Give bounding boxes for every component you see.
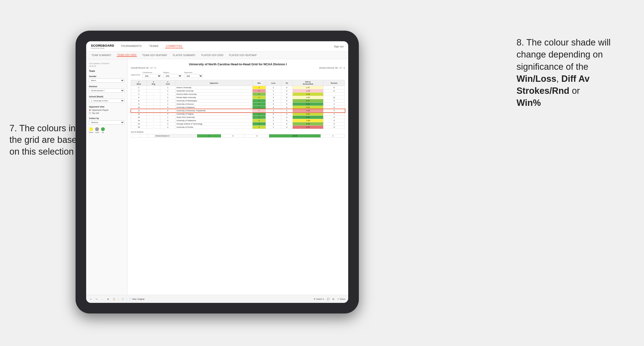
cell-diff: 2.28: [292, 93, 324, 96]
cell-conf: 2: [160, 99, 176, 103]
toolbar-comment[interactable]: 💬: [327, 298, 330, 300]
cell-rounds: 9: [324, 126, 345, 129]
cell-win: 3: [252, 119, 266, 122]
sub-nav-team-summary[interactable]: TEAM SUMMARY: [91, 54, 112, 57]
radio-dot-top100: [89, 112, 91, 114]
cell-tie: 0: [281, 89, 292, 93]
sidebar-school-select[interactable]: 1. University of Nort...: [89, 99, 124, 103]
out-of-division-section: Out of division NCAA Division II 1 0 0: [131, 131, 345, 138]
cell-reg: [147, 89, 160, 93]
toolbar-copy[interactable]: ⊞: [106, 298, 110, 301]
nav-items: TOURNAMENTS TEAMS COMMITTEE: [120, 44, 334, 48]
cell-rounds: 12: [324, 96, 345, 99]
legend-down: Down: [89, 127, 93, 133]
sub-nav-team-h2h-heatmap[interactable]: TEAM H2H HEATMAP: [142, 54, 168, 57]
cell-rank: 11: [131, 109, 147, 112]
sidebar-gender-select[interactable]: Men's: [89, 78, 124, 82]
nav-teams[interactable]: TEAMS: [148, 44, 159, 48]
table-row: 14 - 0 University of Oklahoma 3 1 0 -1.0…: [131, 119, 345, 122]
cell-rank: 9: [131, 103, 147, 106]
cell-rank: 4: [131, 93, 147, 96]
col-win: Win: [252, 80, 266, 86]
cell-rounds: 3: [324, 119, 345, 122]
bottom-toolbar: ↩ ↪ ← ⊞ 📋 🕐 📄 View: Original 👁 Watch ▾ 💬…: [86, 295, 348, 303]
cell-win: 3: [252, 106, 266, 109]
opponent-filter-label: Opponent: [184, 71, 203, 74]
cell-tie: 0: [281, 109, 292, 112]
cell-diff: 5.56: [292, 116, 324, 119]
col-reg: #Reg: [147, 80, 160, 86]
sidebar-division-select[interactable]: NCAA Division I: [89, 89, 124, 93]
nav-committee[interactable]: COMMITTEE: [165, 44, 183, 48]
cell-win: 1: [252, 112, 266, 116]
col-rounds: Rounds: [324, 80, 345, 86]
sidebar-colour-by-select[interactable]: Win/loss: [89, 120, 124, 125]
cell-rank: 15: [131, 122, 147, 126]
out-div-diff-cell: 26.00: [269, 134, 320, 138]
cell-reg: -: [147, 99, 160, 103]
cell-conf: 2: [160, 96, 176, 99]
region-filter-group: Region (All): [163, 71, 182, 78]
sub-nav-team-h2h-grid[interactable]: TEAM H2H GRID: [116, 54, 137, 57]
cell-tie: 0: [281, 122, 292, 126]
table-row: 6 - 2 Florida State University 4 2 0 1.8…: [131, 96, 345, 99]
cell-win: 0: [252, 89, 266, 93]
region-filter-select[interactable]: (All): [163, 74, 182, 78]
legend-dot-down: [89, 127, 93, 131]
cell-opponent: Florida State University: [176, 96, 252, 99]
cell-loss: 0: [266, 122, 281, 126]
cell-loss: 0: [266, 103, 281, 106]
toolbar-share[interactable]: ↗ Share: [337, 298, 345, 300]
col-loss: Loss: [266, 80, 281, 86]
overall-record: Overall Record: 89 - 17 - 0: [131, 67, 156, 69]
cell-win: 4: [252, 96, 266, 99]
cell-rank: 10: [131, 106, 147, 109]
sub-nav: TEAM SUMMARY TEAM H2H GRID TEAM H2H HEAT…: [86, 52, 348, 59]
cell-rank: 13: [131, 116, 147, 119]
nav-tournaments[interactable]: TOURNAMENTS: [120, 44, 142, 48]
grid-area: University of North Carolina Head-to-Hea…: [128, 59, 348, 295]
conference-filter-group: Conference (All): [142, 71, 161, 78]
toolbar-redo[interactable]: ↪: [95, 298, 98, 301]
radio-top-100[interactable]: Top 100: [89, 112, 124, 114]
opponent-filter-select[interactable]: (All): [184, 74, 203, 78]
sign-out-button[interactable]: Sign out: [334, 45, 344, 48]
grid-title: University of North Carolina Head-to-Hea…: [131, 62, 345, 66]
radio-opponents-played[interactable]: Opponents Played: [89, 109, 124, 111]
toolbar-grid-icon[interactable]: ⊞: [332, 298, 334, 300]
cell-opponent: University of Washington: [176, 99, 252, 103]
table-row: 13 - 1 Texas Tech University 3 0 0 5.56 …: [131, 116, 345, 119]
out-div-name-cell: NCAA Division II: [155, 134, 197, 138]
toolbar-clock[interactable]: 🕐: [120, 298, 125, 301]
cell-win: 5: [252, 122, 266, 126]
cell-rank: 12: [131, 112, 147, 116]
sub-nav-player-h2h-heatmap[interactable]: PLAYER H2H HEATMAP: [229, 54, 257, 57]
cell-loss: 0: [266, 99, 281, 103]
annotation-right: 8. The colour shade will change dependin…: [516, 36, 625, 109]
toolbar-back[interactable]: ←: [100, 298, 104, 301]
table-row: 15 - 4 Georgia Institute of Technology 5…: [131, 122, 345, 126]
cell-diff: -6.67: [292, 126, 324, 129]
toolbar-undo[interactable]: ↩: [89, 298, 93, 301]
cell-rounds: 3: [324, 112, 345, 116]
cell-reg: -: [147, 119, 160, 122]
toolbar-watch[interactable]: 👁 Watch ▾: [314, 298, 324, 300]
cell-opponent: University of Alabama: [176, 106, 252, 109]
cell-loss: 3: [266, 109, 281, 112]
cell-tie: 0: [281, 96, 292, 99]
cell-win: 3: [252, 116, 266, 119]
sidebar-opponent-view-label: Opponent View: [89, 106, 124, 108]
toolbar-paste[interactable]: 📋: [112, 298, 116, 301]
cell-opponent: Vanderbilt University: [176, 89, 252, 93]
cell-rank: 14: [131, 119, 147, 122]
conference-filter-select[interactable]: (All): [142, 74, 161, 78]
col-tie: Tie: [281, 80, 292, 86]
sub-nav-player-summary[interactable]: PLAYER SUMMARY: [172, 54, 196, 57]
sub-nav-player-h2h-grid[interactable]: PLAYER H2H GRID: [201, 54, 224, 57]
cell-conf: 1: [160, 103, 176, 106]
table-row: 12 - 3 University of Virginia 1 0 0 2.33…: [131, 112, 345, 116]
table-row: 3 2 Vanderbilt University 0 4 0 -2.29 8: [131, 89, 345, 93]
cell-conf: 5: [160, 106, 176, 109]
table-row: 8 - 2 University of Washington 1 0 0 3.6…: [131, 99, 345, 103]
cell-loss: 0: [266, 106, 281, 109]
